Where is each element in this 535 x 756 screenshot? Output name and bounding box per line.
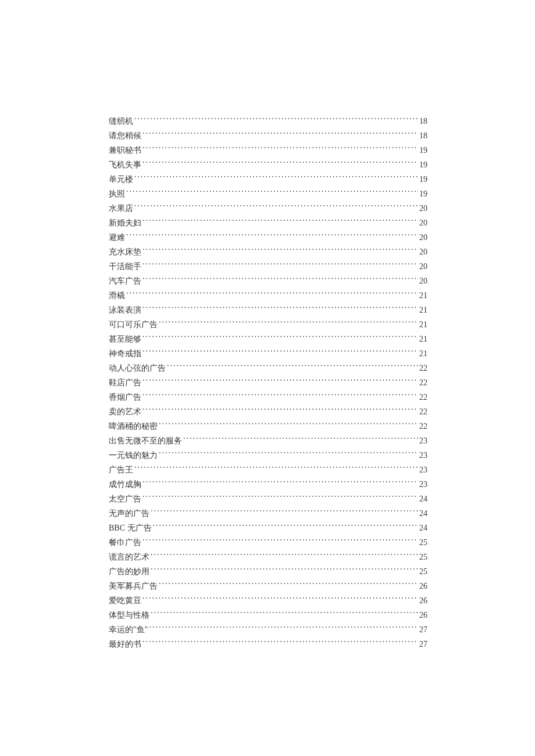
toc-entry-title: 请您稍候 xyxy=(109,128,141,143)
toc-leader-dots xyxy=(149,624,418,632)
toc-leader-dots xyxy=(142,377,418,385)
toc-entry-title: 广告的妙用 xyxy=(109,564,149,579)
toc-leader-dots xyxy=(142,246,418,255)
toc-leader-dots xyxy=(142,275,418,284)
toc-entry-page: 19 xyxy=(419,187,427,201)
toc-entry-page: 27 xyxy=(419,637,427,651)
toc-entry-title: 甚至能够 xyxy=(109,332,141,346)
toc-entry-title: 泳装表演 xyxy=(109,303,141,317)
toc-entry: 香烟广告22 xyxy=(109,390,427,404)
toc-entry-page: 26 xyxy=(419,593,427,608)
toc-entry-page: 23 xyxy=(419,448,427,463)
toc-entry-page: 21 xyxy=(419,332,427,346)
toc-entry-page: 20 xyxy=(419,259,427,274)
toc-entry-page: 22 xyxy=(419,375,427,390)
toc-entry: 幸运的"鱼"27 xyxy=(109,622,427,637)
toc-entry-title: 水果店 xyxy=(109,201,133,216)
toc-leader-dots xyxy=(134,464,418,472)
toc-entry-title: 美军募兵广告 xyxy=(109,579,158,593)
toc-leader-dots xyxy=(159,450,418,458)
toc-entry-page: 22 xyxy=(419,419,427,433)
toc-entry-page: 25 xyxy=(419,535,427,550)
toc-entry: 干活能手20 xyxy=(109,259,427,274)
toc-entry-title: 飞机失事 xyxy=(109,157,141,172)
toc-entry-page: 25 xyxy=(419,550,427,564)
toc-entry-title: 执照 xyxy=(109,187,125,201)
toc-leader-dots xyxy=(142,595,418,603)
toc-leader-dots xyxy=(142,145,418,153)
toc-entry-title: 滑橇 xyxy=(109,288,125,303)
toc-entry-page: 20 xyxy=(419,245,427,259)
toc-leader-dots xyxy=(134,116,418,124)
toc-leader-dots xyxy=(142,392,418,400)
toc-entry: 飞机失事19 xyxy=(109,157,427,172)
toc-leader-dots xyxy=(142,537,418,545)
toc-entry-page: 19 xyxy=(419,157,427,172)
toc-entry-title: 单元楼 xyxy=(109,172,133,187)
toc-leader-dots xyxy=(151,551,418,560)
toc-leader-dots xyxy=(159,319,418,327)
toc-entry-title: 爱吃黄豆 xyxy=(109,593,141,608)
toc-leader-dots xyxy=(153,522,418,531)
toc-entry-title: BBC 无广告 xyxy=(109,521,152,535)
toc-entry-page: 20 xyxy=(419,274,427,288)
toc-entry-page: 21 xyxy=(419,346,427,361)
toc-entry: 泳装表演21 xyxy=(109,303,427,317)
toc-entry: 广告的妙用25 xyxy=(109,564,427,579)
toc-leader-dots xyxy=(151,566,418,574)
toc-entry: 汽车广告20 xyxy=(109,274,427,288)
toc-entry-page: 24 xyxy=(419,492,427,506)
toc-entry: 成竹成胸23 xyxy=(109,477,427,492)
toc-entry: 避难20 xyxy=(109,230,427,245)
toc-entry-page: 19 xyxy=(419,172,427,187)
toc-entry-page: 21 xyxy=(419,303,427,317)
toc-entry-title: 香烟广告 xyxy=(109,390,141,404)
toc-entry-title: 可口可乐广告 xyxy=(109,317,158,332)
toc-entry: 充水床垫20 xyxy=(109,245,427,259)
toc-entry: 兼职秘书19 xyxy=(109,143,427,157)
toc-entry-title: 新婚夫妇 xyxy=(109,216,141,230)
toc-entry-title: 餐巾广告 xyxy=(109,535,141,550)
toc-leader-dots xyxy=(142,261,418,269)
toc-page: 缝纫机18请您稍候18兼职秘书19飞机失事19单元楼19执照19水果店20新婚夫… xyxy=(0,0,535,651)
toc-entry: 可口可乐广告21 xyxy=(109,317,427,332)
toc-entry-title: 缝纫机 xyxy=(109,114,133,128)
toc-entry-title: 卖的艺术 xyxy=(109,404,141,419)
toc-entry-title: 啤酒桶的秘密 xyxy=(109,419,158,433)
toc-entry-title: 一元钱的魅力 xyxy=(109,448,158,463)
toc-entry-page: 22 xyxy=(419,404,427,419)
toc-leader-dots xyxy=(142,479,418,487)
toc-entry-page: 26 xyxy=(419,579,427,593)
toc-entry-title: 鞋店广告 xyxy=(109,375,141,390)
toc-entry: 缝纫机18 xyxy=(109,114,427,128)
toc-leader-dots xyxy=(159,581,418,589)
toc-list: 缝纫机18请您稍候18兼职秘书19飞机失事19单元楼19执照19水果店20新婚夫… xyxy=(109,114,427,651)
toc-entry: 体型与性格26 xyxy=(109,608,427,622)
toc-entry-title: 出售无微不至的服务 xyxy=(109,433,182,448)
toc-leader-dots xyxy=(142,334,418,342)
toc-entry-page: 20 xyxy=(419,230,427,245)
toc-entry: 单元楼19 xyxy=(109,172,427,187)
toc-entry-page: 21 xyxy=(419,288,427,303)
toc-entry-page: 21 xyxy=(419,317,427,332)
toc-leader-dots xyxy=(151,508,418,516)
toc-entry-page: 22 xyxy=(419,361,427,375)
toc-entry-page: 24 xyxy=(419,506,427,521)
toc-leader-dots xyxy=(142,348,418,356)
toc-entry-title: 神奇戒指 xyxy=(109,346,141,361)
toc-entry-title: 避难 xyxy=(109,230,125,245)
toc-leader-dots xyxy=(142,130,418,138)
toc-leader-dots xyxy=(167,363,418,371)
toc-entry: 爱吃黄豆26 xyxy=(109,593,427,608)
toc-entry-title: 谎言的艺术 xyxy=(109,550,149,564)
toc-leader-dots xyxy=(142,217,418,225)
toc-leader-dots xyxy=(183,435,418,443)
toc-leader-dots xyxy=(134,174,418,182)
toc-entry-page: 23 xyxy=(419,463,427,477)
toc-entry: 啤酒桶的秘密22 xyxy=(109,419,427,433)
toc-entry: 执照19 xyxy=(109,187,427,201)
toc-entry: 太空广告24 xyxy=(109,492,427,506)
toc-entry-title: 最好的书 xyxy=(109,637,141,651)
toc-leader-dots xyxy=(142,493,418,501)
toc-leader-dots xyxy=(126,188,418,196)
